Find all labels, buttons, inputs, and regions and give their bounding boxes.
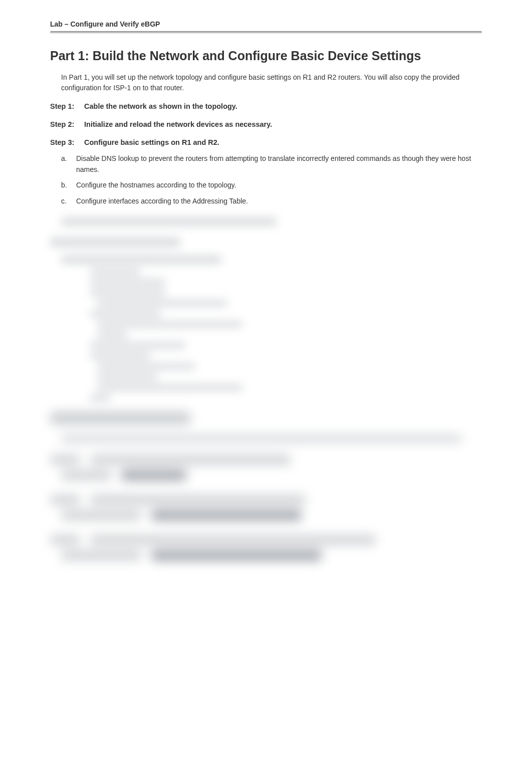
blurred-preview — [61, 217, 482, 402]
header-divider — [50, 31, 482, 34]
part1-intro: In Part 1, you will set up the network t… — [61, 72, 482, 93]
lab-header: Lab – Configure and Verify eBGP — [50, 20, 482, 28]
step-2: Step 2: Initialize and reload the networ… — [50, 120, 482, 128]
part1-title: Part 1: Build the Network and Configure … — [50, 49, 482, 63]
list-letter-c: c. — [61, 196, 76, 207]
list-item: a. Disable DNS lookup to prevent the rou… — [61, 153, 482, 175]
list-item: c. Configure interfaces according to the… — [61, 196, 482, 207]
list-text-c: Configure interfaces according to the Ad… — [76, 196, 482, 207]
step2-num: Step 2: — [50, 120, 84, 128]
list-letter-b: b. — [61, 180, 76, 191]
step3-num: Step 3: — [50, 138, 84, 146]
step1-title: Cable the network as shown in the topolo… — [84, 102, 482, 110]
step3-title: Configure basic settings on R1 and R2. — [84, 138, 482, 146]
step-3: Step 3: Configure basic settings on R1 a… — [50, 138, 482, 207]
list-letter-a: a. — [61, 153, 76, 175]
blurred-part2 — [50, 412, 482, 561]
step-1: Step 1: Cable the network as shown in th… — [50, 102, 482, 110]
step2-title: Initialize and reload the network device… — [84, 120, 482, 128]
list-item: b. Configure the hostnames according to … — [61, 180, 482, 191]
list-text-a: Disable DNS lookup to prevent the router… — [76, 153, 482, 175]
step1-num: Step 1: — [50, 102, 84, 110]
list-text-b: Configure the hostnames according to the… — [76, 180, 482, 191]
step3-list: a. Disable DNS lookup to prevent the rou… — [61, 153, 482, 207]
